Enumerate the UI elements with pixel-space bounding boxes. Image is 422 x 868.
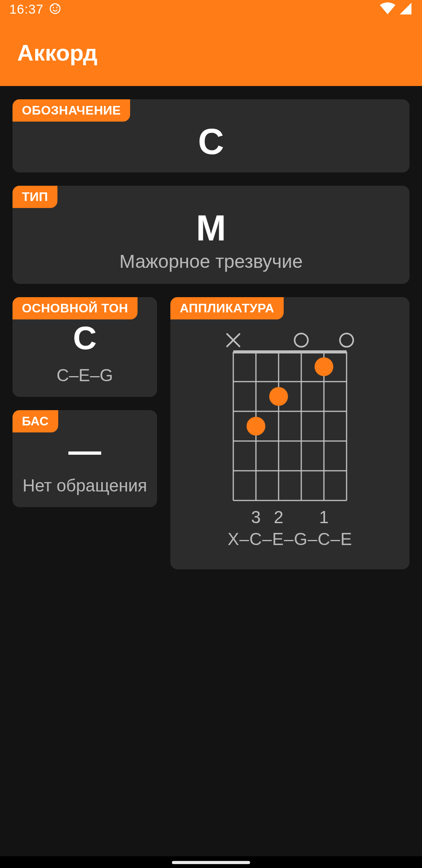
content: ОБОЗНАЧЕНИЕ C ТИП M Мажорное трезвучие О… <box>0 86 422 856</box>
root-value: C <box>13 320 157 356</box>
card-body: M Мажорное трезвучие <box>13 186 409 284</box>
tag-applic: АППЛИКАТУРА <box>170 297 284 319</box>
type-value: M <box>13 208 409 248</box>
fret-notes: X–C–E–G–C–E <box>227 529 352 549</box>
fretboard: 321 X–C–E–G–C–E <box>170 328 409 549</box>
svg-point-21 <box>315 357 333 376</box>
svg-text:2: 2 <box>274 508 283 526</box>
applic-body: 321 X–C–E–G–C–E <box>170 297 409 557</box>
fretboard-svg <box>224 328 356 508</box>
bass-value: — <box>13 433 157 464</box>
finger-labels: 321 <box>224 508 356 526</box>
svg-text:1: 1 <box>319 508 329 526</box>
face-icon <box>49 3 61 16</box>
bass-sub: Нет обращения <box>13 475 157 496</box>
tag-designation: ОБОЗНАЧЕНИЕ <box>13 99 130 122</box>
card-designation[interactable]: ОБОЗНАЧЕНИЕ C <box>13 99 409 172</box>
nav-handle[interactable] <box>172 861 250 864</box>
svg-point-20 <box>269 387 288 406</box>
card-applicature[interactable]: АППЛИКАТУРА 321 X–C–E–G–C–E <box>170 297 409 569</box>
status-time: 16:37 <box>9 2 44 17</box>
status-bar: 16:37 <box>0 0 422 19</box>
tag-bass: БАС <box>13 410 58 432</box>
nav-bar <box>0 856 422 868</box>
col-left: ОСНОВНОЙ ТОН C C–E–G БАС — Нет обращения <box>13 297 157 569</box>
svg-point-18 <box>340 334 353 347</box>
status-right <box>379 2 413 17</box>
page-title: Аккорд <box>17 39 97 66</box>
signal-icon <box>399 2 413 17</box>
row: ОСНОВНОЙ ТОН C C–E–G БАС — Нет обращения… <box>13 297 409 569</box>
designation-value: C <box>13 122 409 161</box>
svg-text:3: 3 <box>251 508 261 526</box>
type-sub: Мажорное трезвучие <box>13 250 409 273</box>
root-sub: C–E–G <box>13 365 157 386</box>
tag-root: ОСНОВНОЙ ТОН <box>13 297 138 319</box>
svg-point-19 <box>247 417 265 436</box>
svg-point-17 <box>295 334 308 347</box>
svg-point-2 <box>56 7 57 8</box>
card-bass[interactable]: БАС — Нет обращения <box>13 410 157 507</box>
wifi-icon <box>379 2 396 17</box>
col-right: АППЛИКАТУРА 321 X–C–E–G–C–E <box>170 297 409 569</box>
app-bar: Аккорд <box>0 19 422 86</box>
svg-point-1 <box>53 7 54 8</box>
tag-type: ТИП <box>13 186 57 208</box>
card-type[interactable]: ТИП M Мажорное трезвучие <box>13 186 409 284</box>
status-left: 16:37 <box>9 2 61 17</box>
card-root[interactable]: ОСНОВНОЙ ТОН C C–E–G <box>13 297 157 397</box>
